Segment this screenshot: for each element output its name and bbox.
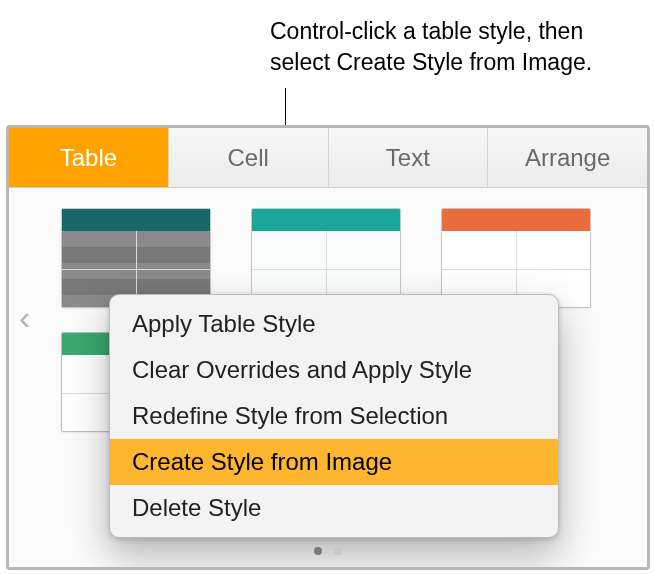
table-style-thumbnail[interactable] [61,208,211,308]
table-style-context-menu: Apply Table Style Clear Overrides and Ap… [109,294,559,538]
thumbnail-header [442,209,590,231]
tab-text[interactable]: Text [329,128,489,187]
table-style-thumbnail[interactable] [441,208,591,308]
tab-label: Table [60,144,117,172]
table-styles-area: ‹ Apply Table Style [9,188,647,567]
menu-item-delete-style[interactable]: Delete Style [110,485,558,531]
tab-cell[interactable]: Cell [169,128,329,187]
pager-dot[interactable] [314,547,322,555]
style-pager [9,547,647,555]
tab-table[interactable]: Table [9,128,169,187]
thumbnail-header [62,209,210,231]
menu-item-redefine-from-selection[interactable]: Redefine Style from Selection [110,393,558,439]
pager-dot[interactable] [334,547,342,555]
callout-text: Control-click a table style, then select… [270,18,592,75]
menu-item-clear-overrides[interactable]: Clear Overrides and Apply Style [110,347,558,393]
format-inspector-panel: Table Cell Text Arrange ‹ [6,125,650,570]
inspector-tabs: Table Cell Text Arrange [9,128,647,188]
menu-item-label: Redefine Style from Selection [132,402,448,429]
menu-item-label: Create Style from Image [132,448,392,475]
menu-item-label: Apply Table Style [132,310,316,337]
tab-label: Text [386,144,430,172]
menu-item-label: Clear Overrides and Apply Style [132,356,472,383]
thumbnail-header [252,209,400,231]
callout-annotation: Control-click a table style, then select… [270,16,620,78]
chevron-left-icon[interactable]: ‹ [19,298,30,337]
menu-item-apply-table-style[interactable]: Apply Table Style [110,301,558,347]
menu-item-label: Delete Style [132,494,261,521]
tab-arrange[interactable]: Arrange [488,128,647,187]
tab-label: Arrange [525,144,610,172]
menu-item-create-style-from-image[interactable]: Create Style from Image [110,439,558,485]
table-style-thumbnail[interactable] [251,208,401,308]
tab-label: Cell [227,144,268,172]
